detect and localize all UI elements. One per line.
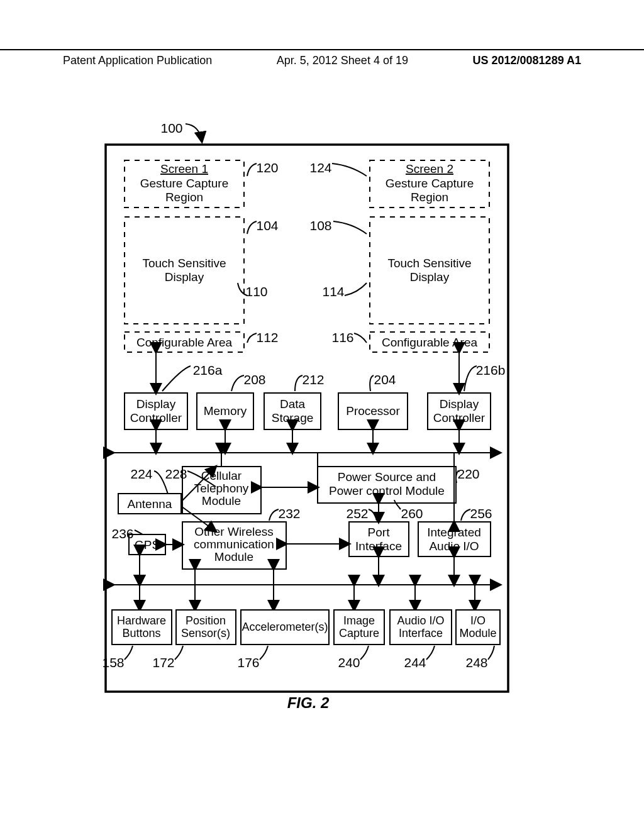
header-right: US 2012/0081289 A1 xyxy=(473,54,581,67)
img-l2: Capture xyxy=(339,627,379,639)
screen2-title: Screen 2 xyxy=(406,162,453,175)
touch1-l1: Touch Sensitive xyxy=(142,257,226,270)
ref-260: 260 xyxy=(401,506,423,521)
intaudio-l1: Integrated xyxy=(427,526,481,539)
gps-l: GPS xyxy=(135,538,160,551)
processor-l: Processor xyxy=(346,404,400,418)
audioif-l1: Audio I/O xyxy=(397,614,444,627)
port-l2: Interface xyxy=(355,540,402,553)
header-mid: Apr. 5, 2012 Sheet 4 of 19 xyxy=(277,54,408,67)
ref-224: 224 xyxy=(130,467,152,481)
ref-248: 248 xyxy=(465,655,487,670)
ref-208: 208 xyxy=(243,372,265,387)
dispctrl1-l1: Display xyxy=(136,397,176,411)
port-l1: Port xyxy=(368,526,391,539)
dispctrl2-l1: Display xyxy=(440,397,479,411)
io-l1: I/O xyxy=(470,614,486,627)
ref-110: 110 xyxy=(245,284,267,299)
io-l2: Module xyxy=(459,627,496,639)
ref-158: 158 xyxy=(102,655,124,670)
dispctrl2-l2: Controller xyxy=(433,411,486,424)
ref-100: 100 xyxy=(160,121,182,135)
storage-l2: Storage xyxy=(272,411,314,424)
gesture2-l2: Region xyxy=(411,191,448,204)
ref-108: 108 xyxy=(309,218,331,233)
ref-244: 244 xyxy=(404,655,426,670)
pos-l1: Position xyxy=(186,614,226,627)
cell-l2: Telephony xyxy=(194,482,249,495)
figure-title: FIG. 2 xyxy=(287,694,330,711)
screen1-title: Screen 1 xyxy=(160,162,208,175)
ref-204: 204 xyxy=(374,372,396,387)
touch2-l2: Display xyxy=(410,270,450,284)
ref-240: 240 xyxy=(338,655,360,670)
touch2-l1: Touch Sensitive xyxy=(387,257,471,270)
accel-l: Accelerometer(s) xyxy=(242,621,328,633)
ref-256: 256 xyxy=(470,506,492,521)
power-l2: Power control Module xyxy=(329,484,445,497)
ref-232: 232 xyxy=(278,506,300,521)
conf1-text: Configurable Area xyxy=(136,336,233,349)
antenna-l: Antenna xyxy=(128,497,172,511)
page-header: Patent Application Publication Apr. 5, 2… xyxy=(0,49,644,67)
ref-216b: 216b xyxy=(476,363,506,377)
ref-114: 114 xyxy=(322,284,344,299)
ref-176: 176 xyxy=(237,655,259,670)
conf2-text: Configurable Area xyxy=(382,336,478,349)
ref-216a: 216a xyxy=(193,363,223,377)
pos-l2: Sensor(s) xyxy=(181,627,230,639)
hw-l2: Buttons xyxy=(122,627,160,639)
gesture2-l1: Gesture Capture xyxy=(386,177,474,190)
leader-100 xyxy=(186,124,202,141)
ref-116: 116 xyxy=(331,330,353,345)
ref-236: 236 xyxy=(111,526,133,541)
ref-252: 252 xyxy=(346,506,368,521)
ref-220: 220 xyxy=(457,467,479,481)
ref-228: 228 xyxy=(165,467,187,481)
hw-l1: Hardware xyxy=(117,614,166,627)
cell-l3: Module xyxy=(202,494,241,507)
storage-l1: Data xyxy=(280,397,306,411)
wl-l1: Other Wireless xyxy=(194,525,274,538)
ref-112: 112 xyxy=(256,330,278,345)
ref-212: 212 xyxy=(302,372,324,387)
intaudio-l2: Audio I/O xyxy=(429,540,479,553)
ref-120: 120 xyxy=(256,160,278,175)
ref-124: 124 xyxy=(309,160,331,175)
diagram: 100 Screen 1 Gesture Capture Region Touc… xyxy=(0,94,644,788)
dispctrl1-l2: Controller xyxy=(130,411,182,424)
wl-l3: Module xyxy=(214,550,253,563)
wl-l2: communication xyxy=(194,538,274,551)
img-l1: Image xyxy=(343,614,375,627)
gesture1-l1: Gesture Capture xyxy=(140,177,228,190)
header-left: Patent Application Publication xyxy=(63,54,212,67)
power-l1: Power Source and xyxy=(338,470,436,484)
audioif-l2: Interface xyxy=(399,627,443,639)
ref-172: 172 xyxy=(152,655,174,670)
memory-l: Memory xyxy=(204,404,247,418)
gesture1-l2: Region xyxy=(165,191,203,204)
ref-104: 104 xyxy=(256,218,278,233)
touch1-l2: Display xyxy=(165,270,204,284)
